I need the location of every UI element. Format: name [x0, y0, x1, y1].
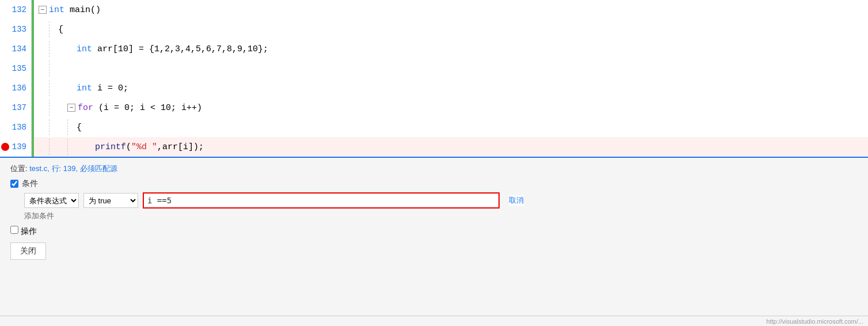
cancel-button[interactable]: 取消 [509, 195, 524, 206]
code-token: int [49, 5, 70, 15]
indent-guide [49, 60, 58, 77]
condition-checkbox[interactable] [10, 180, 18, 188]
code-token: int [77, 84, 97, 93]
line-number-134: 134 [10, 44, 31, 54]
condition-type-select[interactable]: 条件表达式 命中次数 筛选器 [24, 193, 79, 208]
code-token: arr[10] = [97, 44, 149, 54]
line-number-132: 132 [10, 5, 31, 14]
code-token: i = 0; [97, 84, 128, 93]
condition-label-text: 条件 [22, 179, 38, 189]
code-line-135 [34, 59, 868, 78]
indent-guide [49, 119, 58, 135]
indent-guide [49, 100, 58, 116]
code-token: main() [70, 5, 101, 15]
editor-container: 132 133 134 135 136 [0, 0, 868, 326]
code-line-137: − for (i = 0; i < 10; i++) [34, 98, 868, 117]
code-line-133: { [34, 20, 868, 39]
indent-guide [49, 139, 58, 155]
indent-guide [49, 80, 58, 96]
indent-guide [49, 21, 58, 37]
indent-guide [67, 119, 77, 135]
code-area: 132 133 134 135 136 [0, 0, 868, 157]
action-label-text: 操作 [21, 226, 37, 236]
condition-when-select[interactable]: 为 true 发生更改时 [83, 193, 138, 208]
line-row-135: 135 [0, 59, 31, 78]
code-token: ,arr[i]); [157, 142, 204, 152]
code-line-132: − int main() [34, 0, 868, 20]
bp-location-value: test.c, 行: 139, 必须匹配源 [29, 164, 117, 173]
bp-location: 位置: test.c, 行: 139, 必须匹配源 [10, 164, 858, 174]
code-token: "%d " [131, 142, 157, 152]
code-line-139: printf ( "%d " ,arr[i]); [34, 137, 868, 157]
line-number-135: 135 [10, 64, 31, 73]
fold-button-137[interactable]: − [67, 104, 75, 112]
line-number-138: 138 [10, 123, 31, 132]
code-token: {1,2,3,4,5,6,7,8,9,10}; [149, 44, 268, 54]
code-token: { [77, 123, 82, 132]
status-bar: http://visualstudio.microsoft.com/... [0, 316, 868, 326]
line-number-133: 133 [10, 25, 31, 34]
condition-label[interactable]: 条件 [10, 179, 38, 189]
indent-guide [49, 41, 58, 57]
line-row-133: 133 [0, 20, 31, 39]
line-row-137: 137 [0, 98, 31, 117]
line-row-138: 138 [0, 117, 31, 137]
line-row-134: 134 [0, 39, 31, 59]
bp-location-label: 位置: [10, 164, 28, 173]
status-bar-text: http://visualstudio.microsoft.com/... [766, 318, 863, 325]
code-token: for [78, 103, 98, 113]
code-token: { [58, 25, 63, 35]
line-row-132: 132 [0, 0, 31, 20]
add-condition-label: 添加条件 [24, 211, 54, 220]
action-checkbox[interactable] [10, 226, 18, 234]
close-button[interactable]: 关闭 [10, 242, 46, 260]
code-token: printf [95, 142, 126, 152]
code-line-134: int arr[10] = {1,2,3,4,5,6,7,8,9,10}; [34, 39, 868, 59]
code-token: (i = 0; i < 10; i++) [98, 103, 202, 113]
breakpoint-area-139 [0, 143, 10, 151]
indent-guide [67, 139, 77, 155]
code-lines: − int main() { int arr[10] = {1,2,3,4,5,… [32, 0, 868, 157]
fold-button-132[interactable]: − [39, 6, 47, 14]
line-row-139: 139 [0, 137, 31, 157]
bp-condition-row: 条件表达式 命中次数 筛选器 为 true 发生更改时 取消 [24, 192, 858, 209]
code-token: ( [126, 142, 131, 152]
line-row-136: 136 [0, 78, 31, 98]
code-token: int [77, 44, 97, 54]
add-condition-container: 添加条件 [24, 211, 858, 221]
bp-action-section: 操作 [10, 226, 858, 237]
code-line-136: int i = 0; [34, 78, 868, 98]
line-number-139: 139 [10, 142, 31, 151]
condition-expression-input[interactable] [143, 192, 500, 209]
action-label[interactable]: 操作 [10, 226, 37, 237]
code-line-138: { [34, 117, 868, 137]
breakpoint-panel: 位置: test.c, 行: 139, 必须匹配源 条件 条件表达式 命中次数 … [0, 157, 868, 316]
gutter: 132 133 134 135 136 [0, 0, 32, 157]
breakpoint-dot-139[interactable] [1, 143, 9, 151]
line-number-137: 137 [10, 103, 31, 112]
line-number-136: 136 [10, 84, 31, 93]
bp-condition-section: 条件 [10, 179, 858, 189]
